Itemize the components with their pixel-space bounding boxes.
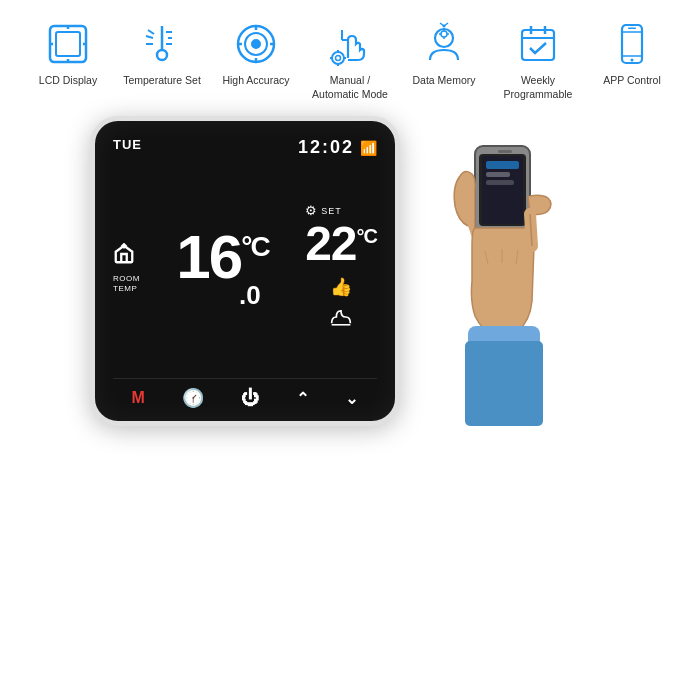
room-temp-label: ROOMTEMP	[113, 274, 140, 293]
manual-auto-label: Manual /Automatic Mode	[312, 74, 388, 101]
phone-hand-illustration	[380, 116, 610, 426]
svg-point-16	[252, 40, 260, 48]
main-content: TUE 12:02 📶	[0, 116, 700, 426]
button-down[interactable]: ⌄	[345, 389, 358, 408]
feature-weekly: WeeklyProgrammable	[497, 18, 579, 101]
svg-rect-51	[498, 150, 512, 153]
svg-point-23	[332, 52, 344, 64]
current-temperature: 16°C	[176, 226, 268, 288]
svg-line-11	[148, 30, 154, 34]
high-accuracy-label: High Accuracy	[222, 74, 289, 88]
lcd-display-label: LCD Display	[39, 74, 97, 88]
lcd-display-icon	[42, 18, 94, 70]
features-row: LCD Display Temperature Set	[0, 0, 700, 111]
thermostat-buttons: M 🕜 ⏻ ⌃ ⌄	[113, 378, 377, 409]
feature-app: APP Control	[591, 18, 673, 88]
button-power[interactable]: ⏻	[241, 388, 259, 409]
manual-auto-icon	[324, 18, 376, 70]
button-m[interactable]: M	[131, 389, 144, 407]
hand-phone-svg	[380, 116, 610, 426]
svg-rect-54	[486, 161, 519, 169]
touch-hand-icon: 👍	[330, 276, 352, 298]
gear-set-row: ⚙ SET	[305, 203, 342, 218]
button-up[interactable]: ⌃	[296, 389, 309, 408]
feature-memory: Data Memory	[403, 18, 485, 88]
current-temp-decimal: .0	[239, 280, 261, 311]
weekly-programmable-icon	[512, 18, 564, 70]
home-icon	[113, 243, 135, 270]
set-label: SET	[321, 206, 342, 216]
svg-rect-46	[628, 28, 636, 30]
svg-rect-55	[486, 172, 510, 177]
app-control-icon	[606, 18, 658, 70]
svg-point-24	[336, 56, 341, 61]
heat-icon	[327, 306, 355, 333]
temperature-set-label: Temperature Set	[123, 74, 201, 88]
svg-point-37	[443, 25, 446, 28]
svg-rect-38	[522, 30, 554, 60]
thermostat-current-temp: 16°C .0	[176, 226, 268, 311]
button-clock[interactable]: 🕜	[182, 387, 204, 409]
svg-rect-58	[465, 341, 543, 426]
time-wifi-group: 12:02 📶	[298, 137, 377, 158]
data-memory-label: Data Memory	[412, 74, 475, 88]
feature-accuracy: High Accuracy	[215, 18, 297, 88]
data-memory-icon	[418, 18, 470, 70]
svg-point-45	[631, 59, 634, 62]
feature-lcd: LCD Display	[27, 18, 109, 88]
svg-rect-56	[486, 180, 514, 185]
set-temp-area: ⚙ SET 22°C	[305, 203, 377, 268]
feature-manual-auto: Manual /Automatic Mode	[309, 18, 391, 101]
svg-rect-42	[622, 25, 642, 63]
wifi-icon: 📶	[360, 140, 377, 156]
thermostat-right: ⚙ SET 22°C 👍	[305, 203, 377, 333]
thermostat-left: ROOMTEMP	[113, 243, 140, 293]
feature-temp-set: Temperature Set	[121, 18, 203, 88]
app-control-label: APP Control	[603, 74, 661, 88]
svg-point-30	[441, 31, 447, 37]
thermostat-body: TUE 12:02 📶	[90, 116, 400, 426]
thermostat-top: TUE 12:02 📶	[113, 137, 377, 158]
thermostat-day: TUE	[113, 137, 142, 152]
high-accuracy-icon	[230, 18, 282, 70]
weekly-programmable-label: WeeklyProgrammable	[504, 74, 573, 101]
svg-line-12	[146, 36, 153, 38]
gear-icon: ⚙	[305, 203, 317, 218]
temperature-set-icon	[136, 18, 188, 70]
thermostat-middle: ROOMTEMP 16°C .0 ⚙ SET	[113, 158, 377, 378]
set-temperature: 22°C	[305, 220, 377, 268]
thermostat-time: 12:02	[298, 137, 354, 158]
svg-rect-1	[56, 32, 80, 56]
thermostat: TUE 12:02 📶	[90, 116, 400, 426]
svg-point-7	[157, 50, 167, 60]
